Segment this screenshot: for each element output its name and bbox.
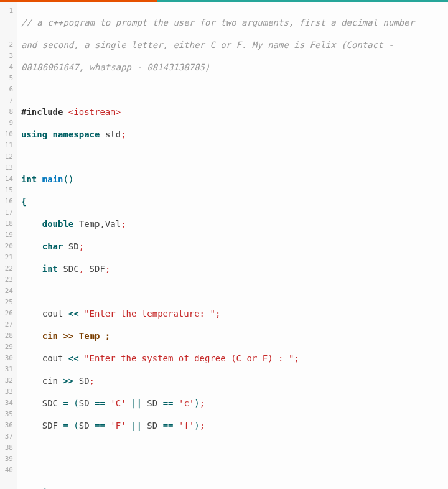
line-num: 27: [0, 319, 17, 330]
preprocessor: #include: [21, 107, 68, 117]
line-num: 5: [0, 73, 17, 84]
line-num: 29: [0, 342, 17, 353]
line-num: 7: [0, 95, 17, 106]
line-num: 18: [0, 218, 17, 230]
line-num: 23: [0, 274, 17, 286]
line-num: 1: [0, 6, 17, 17]
line-num: 11: [0, 140, 17, 151]
comment: 08186061647, whatsapp - 08143138785): [21, 62, 210, 72]
line-number-gutter: 1 2 3 4 5 6 7 8 9 10 11 12 13 14 15 16 1…: [0, 2, 17, 489]
type: double: [42, 219, 74, 229]
line-num: 24: [0, 286, 17, 297]
line-num: 12: [0, 151, 17, 162]
type: char: [42, 241, 63, 251]
function-name: main: [42, 174, 63, 184]
line-num: 4: [0, 62, 17, 73]
line-num: 38: [0, 442, 17, 454]
highlighted-line: cin >> Temp ;: [42, 331, 111, 341]
string-literal: "Enter the system of degree (C or F) : ": [84, 353, 294, 363]
line-num: 8: [0, 106, 17, 118]
code-editor[interactable]: 1 2 3 4 5 6 7 8 9 10 11 12 13 14 15 16 1…: [0, 2, 448, 489]
line-num: 39: [0, 454, 17, 465]
type: int: [42, 264, 58, 274]
line-num: 26: [0, 308, 17, 319]
line-num: 21: [0, 252, 17, 263]
line-num: 19: [0, 230, 17, 241]
include-header: <iostream>: [68, 107, 121, 117]
line-num: 33: [0, 386, 17, 398]
line-num: 15: [0, 185, 17, 196]
line-num: 37: [0, 431, 17, 442]
line-num: 25: [0, 297, 17, 308]
line-num: 17: [0, 207, 17, 218]
line-num: 2: [0, 39, 17, 50]
line-num: 3: [0, 50, 17, 62]
line-num: 32: [0, 375, 17, 386]
line-num: 22: [0, 263, 17, 274]
keyword: namespace: [53, 129, 100, 139]
line-num: 20: [0, 241, 17, 252]
line-num: 28: [0, 330, 17, 342]
string-literal: "Enter the temperature: ": [84, 309, 215, 319]
line-num: 35: [0, 409, 17, 420]
line-num: 31: [0, 364, 17, 375]
comment: // a c++pogram to prompt the user for tw…: [21, 17, 414, 27]
code-area[interactable]: // a c++pogram to prompt the user for tw…: [17, 2, 448, 489]
line-num: 34: [0, 398, 17, 409]
keyword: using: [21, 129, 47, 139]
comment: and second, a single letter, either C or…: [21, 40, 393, 50]
line-num: 10: [0, 129, 17, 140]
line-num: 30: [0, 353, 17, 364]
line-num: 14: [0, 174, 17, 185]
line-num: 6: [0, 84, 17, 95]
brace: {: [21, 197, 26, 207]
line-num: 40: [0, 465, 17, 476]
type: int: [21, 174, 37, 184]
line-num: 16: [0, 196, 17, 207]
line-num: 36: [0, 420, 17, 431]
line-num: 9: [0, 118, 17, 129]
line-num: 13: [0, 162, 17, 174]
